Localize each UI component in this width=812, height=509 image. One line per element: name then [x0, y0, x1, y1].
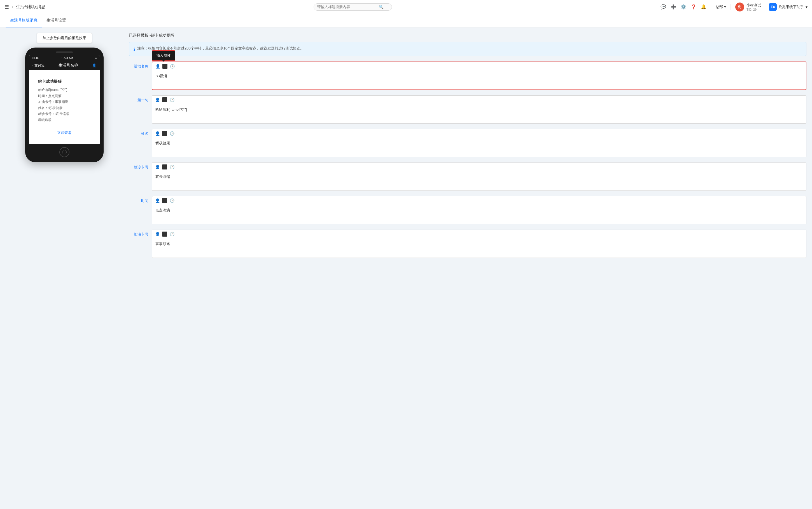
app-switcher[interactable]: Ea 欣兆阳线下助手 ▾	[769, 3, 808, 11]
main-content: 加上参数内容后的预览效果 ull 4G 10:34 AM ▪▪ ‹ 支付宝 生活…	[0, 27, 812, 508]
phone-back-label: ‹ 支付宝	[32, 63, 44, 68]
form-field-time: 时间 👤 🕐	[129, 196, 806, 225]
phone-alipay-bar: ‹ 支付宝 生活号名称 👤	[29, 61, 100, 70]
user-attr-icon[interactable]: 👤	[155, 63, 161, 69]
toolbar-first: 👤 🕐	[152, 95, 806, 104]
branch-selector[interactable]: 总部 ▾	[716, 4, 726, 9]
phone-screen: ull 4G 10:34 AM ▪▪ ‹ 支付宝 生活号名称 👤 绑卡成功提醒 …	[29, 55, 100, 144]
time-icon[interactable]: 🕐	[169, 63, 175, 69]
label-time: 时间	[129, 196, 148, 203]
phone-home-inner	[62, 150, 67, 155]
phone-line-2: 时间：点点滴滴	[38, 93, 91, 99]
phone-signal: ull 4G	[32, 57, 39, 60]
input-area-visit-card: 👤 🕐	[152, 163, 806, 192]
preview-button[interactable]: 加上参数内容后的预览效果	[37, 33, 92, 43]
toolbar-time: 👤 🕐	[152, 196, 806, 205]
phone-line-6: 喔哦啦啦	[38, 117, 91, 123]
time-icon-3[interactable]: 🕐	[169, 130, 175, 136]
phone-card-text: 哈哈哈${name!"空"} 时间：点点滴滴 加油卡号：事事顺遂 姓名：:积极健…	[38, 87, 91, 123]
phone-line-3: 加油卡号：事事顺遂	[38, 99, 91, 105]
label-name: 姓名	[129, 129, 148, 136]
topnav: ☰ ‹ 生活号模版消息 🔍 💬 ➕ ⚙️ ❓ 🔔 总部 ▾ 树 小树测试 TID…	[0, 0, 812, 14]
form-field-visit-card: 就诊卡号 👤 🕐	[129, 163, 806, 192]
input-first[interactable]	[152, 104, 806, 124]
user-attr-icon-6[interactable]: 👤	[154, 231, 160, 237]
tabs-bar: 生活号模版消息 生活号设置	[0, 14, 812, 27]
bell-icon[interactable]: 🔔	[701, 4, 707, 9]
phone-battery: ▪▪	[95, 57, 97, 60]
user-attr-icon-2[interactable]: 👤	[154, 97, 160, 103]
message-icon[interactable]: 💬	[660, 4, 666, 9]
phone-status-bar: ull 4G 10:34 AM ▪▪	[29, 55, 100, 61]
search-box[interactable]: 🔍	[314, 3, 392, 11]
phone-card-title: 绑卡成功提醒	[38, 79, 91, 84]
user-attr-icon-3[interactable]: 👤	[154, 130, 160, 136]
menu-icon[interactable]: ☰	[4, 4, 9, 10]
phone-divider	[38, 127, 91, 127]
tab-settings[interactable]: 生活号设置	[42, 14, 70, 27]
app-icon: Ea	[769, 3, 777, 11]
username: 小树测试	[747, 3, 761, 8]
toolbar-visit-card: 👤 🕐	[152, 163, 806, 171]
phone-header-title: 生活号名称	[44, 63, 92, 68]
user-details: 小树测试 TID: 29	[747, 3, 761, 11]
input-area-gas-card: 👤 🕐	[152, 230, 806, 259]
insert-popup[interactable]: 插入属性	[152, 50, 175, 61]
input-name[interactable]	[152, 138, 806, 157]
back-icon[interactable]: ‹	[12, 5, 13, 9]
phone-content: 绑卡成功提醒 哈哈哈${name!"空"} 时间：点点滴滴 加油卡号：事事顺遂 …	[29, 70, 100, 144]
label-activity: 活动名称	[129, 62, 148, 69]
page-title: 生活号模版消息	[16, 4, 45, 9]
user-tid: TID: 29	[747, 8, 761, 11]
divider2	[730, 4, 731, 10]
search-icon: 🔍	[379, 5, 384, 9]
input-activity[interactable]	[152, 70, 806, 90]
format-icon-6[interactable]	[162, 232, 167, 237]
left-panel: 加上参数内容后的预览效果 ull 4G 10:34 AM ▪▪ ‹ 支付宝 生活…	[6, 33, 123, 503]
form-field-gas-card: 加油卡号 👤 🕐	[129, 230, 806, 259]
format-icon-4[interactable]	[162, 164, 167, 169]
user-attr-icon-4[interactable]: 👤	[154, 164, 160, 170]
input-visit-card[interactable]	[152, 171, 806, 191]
toolbar-activity: 👤 🕐	[152, 62, 806, 70]
phone-home-button[interactable]	[59, 147, 69, 157]
phone-link[interactable]: 立即查看	[38, 130, 91, 135]
format-icon-2[interactable]	[162, 97, 167, 102]
form-field-first: 第一句 👤 🕐	[129, 95, 806, 125]
user-attr-icon-5[interactable]: 👤	[154, 198, 160, 204]
label-gas-card: 加油卡号	[129, 230, 148, 237]
selected-template-label: 已选择模板 -绑卡成功提醒	[129, 33, 806, 38]
time-icon-2[interactable]: 🕐	[169, 97, 175, 103]
format-icon-3[interactable]	[162, 131, 167, 136]
search-area: 🔍	[45, 3, 660, 11]
phone-line-5: 就诊卡号：:哀長缩缩	[38, 111, 91, 117]
input-gas-card[interactable]	[152, 238, 806, 258]
notice-box: ℹ 注意：模板内容长度不能超过200个字符，且必须至少10个固定文字或标点。建议…	[129, 42, 806, 56]
input-time[interactable]	[152, 205, 806, 224]
form-field-activity: 活动名称 插入属性 👤 🕐	[129, 62, 806, 91]
format-icon-5[interactable]	[162, 198, 167, 203]
plus-icon[interactable]: ➕	[670, 4, 676, 9]
phone-profile-icon: 👤	[92, 64, 96, 67]
phone-time: 10:34 AM	[61, 57, 73, 60]
form-field-name: 姓名 👤 🕐	[129, 129, 806, 158]
tab-template-message[interactable]: 生活号模版消息	[6, 14, 42, 27]
label-visit-card: 就诊卡号	[129, 163, 148, 170]
input-area-first: 👤 🕐	[152, 95, 806, 125]
search-input[interactable]	[317, 5, 379, 9]
phone-speaker	[56, 52, 73, 53]
help-icon[interactable]: ❓	[691, 4, 696, 9]
time-icon-6[interactable]: 🕐	[169, 231, 175, 237]
time-icon-5[interactable]: 🕐	[169, 198, 175, 204]
settings-icon[interactable]: ⚙️	[681, 4, 686, 9]
phone-mockup: ull 4G 10:34 AM ▪▪ ‹ 支付宝 生活号名称 👤 绑卡成功提醒 …	[25, 47, 103, 162]
toolbar-name: 👤 🕐	[152, 129, 806, 138]
format-icon[interactable]	[162, 64, 167, 69]
user-info: 树 小树测试 TID: 29	[735, 2, 761, 11]
label-first: 第一句	[129, 95, 148, 103]
notice-icon: ℹ	[133, 46, 135, 52]
input-area-time: 👤 🕐	[152, 196, 806, 225]
right-panel: 已选择模板 -绑卡成功提醒 ℹ 注意：模板内容长度不能超过200个字符，且必须至…	[129, 33, 806, 503]
time-icon-4[interactable]: 🕐	[169, 164, 175, 170]
input-area-name: 👤 🕐	[152, 129, 806, 158]
